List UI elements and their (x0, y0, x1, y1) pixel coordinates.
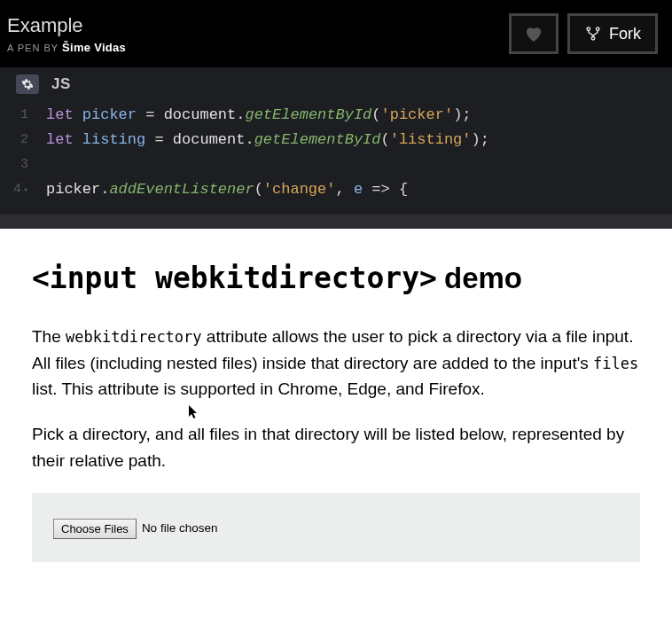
line-number: 1 (0, 103, 46, 128)
editor-language-label: JS (51, 75, 71, 93)
editor-divider (0, 215, 672, 229)
pen-title: Example (7, 14, 126, 37)
heart-button[interactable] (509, 13, 559, 54)
file-status-text: No file chosen (142, 520, 218, 538)
top-header: Example A PEN BY Šime Vidas Fork (0, 0, 672, 67)
byline-prefix: A PEN BY (7, 43, 59, 53)
code-text: let listing = document.getElementById('l… (46, 128, 489, 152)
instruction-paragraph: Pick a directory, and all files in that … (32, 421, 640, 473)
gear-icon (21, 78, 34, 90)
editor-settings-button[interactable] (16, 74, 39, 94)
code-editor[interactable]: 1let picker = document.getElementById('p… (0, 98, 672, 215)
fork-label: Fork (609, 25, 641, 43)
header-left-block: Example A PEN BY Šime Vidas (7, 14, 126, 54)
header-actions: Fork (509, 13, 658, 54)
code-files: files (593, 355, 638, 372)
editor-toolbar: JS (0, 67, 672, 98)
choose-files-button[interactable]: Choose Files (53, 519, 137, 539)
code-line: 2let listing = document.getElementById('… (0, 128, 672, 152)
code-text: let picker = document.getElementById('pi… (46, 103, 472, 128)
heading-code: <input webkitdirectory> (32, 255, 437, 301)
preview-pane: <input webkitdirectory> demo The webkitd… (0, 229, 672, 589)
line-number: 3 (0, 152, 46, 177)
line-number: 2 (0, 128, 46, 152)
heart-icon (524, 25, 543, 43)
intro-paragraph: The webkitdirectory attribute allows the… (32, 324, 640, 402)
para1-seg-a: The (32, 327, 66, 346)
heading-word: demo (444, 255, 522, 301)
author-link[interactable]: Šime Vidas (62, 41, 126, 54)
code-webkitdirectory: webkitdirectory (66, 328, 202, 346)
svg-point-2 (591, 37, 594, 40)
line-number: 4 (0, 177, 46, 203)
code-line: 3 (0, 152, 672, 177)
fork-button[interactable]: Fork (567, 13, 658, 54)
file-input[interactable]: Choose Files No file chosen (53, 519, 217, 539)
code-line: 4picker.addEventListener('change', e => … (0, 177, 672, 203)
pen-byline: A PEN BY Šime Vidas (7, 41, 126, 54)
code-text: picker.addEventListener('change', e => { (46, 177, 408, 203)
file-picker-container: Choose Files No file chosen (32, 493, 640, 561)
svg-point-0 (587, 27, 590, 30)
svg-point-1 (597, 27, 599, 30)
demo-heading: <input webkitdirectory> demo (32, 255, 640, 301)
fork-icon (584, 26, 602, 42)
code-line: 1let picker = document.getElementById('p… (0, 103, 672, 128)
para1-seg-c: list. This attribute is supported in Chr… (32, 379, 485, 398)
